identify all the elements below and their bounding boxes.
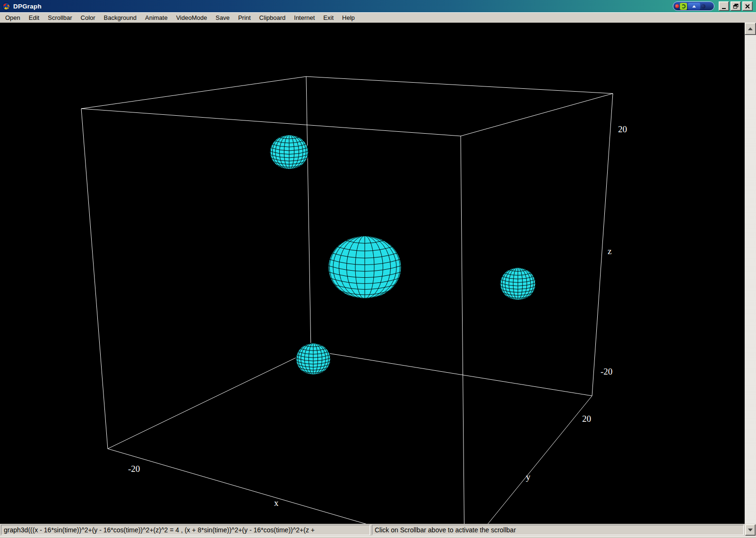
- cube-edge-AE: [81, 109, 108, 449]
- cube-edge-CG: [592, 94, 613, 396]
- axis-label-x: x: [274, 498, 279, 508]
- sphere-2: [328, 236, 401, 299]
- axis-label-y: y: [526, 472, 531, 482]
- cube-edge-EF: [108, 350, 311, 449]
- nvidia-eye-icon: [680, 3, 687, 10]
- minimize-button[interactable]: [719, 1, 729, 11]
- nvidia-dark-dot-icon: [701, 4, 705, 9]
- axis-label-20: 20: [582, 414, 591, 424]
- menu-edit[interactable]: Edit: [25, 13, 43, 22]
- cube-edge-GH: [464, 396, 592, 524]
- minimize-icon: [722, 8, 726, 9]
- cube-edge-CD: [461, 94, 613, 136]
- menu-videomode[interactable]: VideoMode: [172, 13, 212, 22]
- status-message-text: Click on Scrollbar above to activate the…: [375, 526, 516, 534]
- scroll-down-button[interactable]: [745, 524, 756, 536]
- window-bottom-border: [0, 536, 756, 538]
- menu-open[interactable]: Open: [1, 13, 25, 22]
- nvidia-red-dot-icon: [675, 4, 679, 8]
- restore-button[interactable]: [730, 1, 741, 11]
- axis-label--20: -20: [601, 367, 612, 376]
- sphere-1: [270, 135, 309, 170]
- vertical-scrollbar[interactable]: [745, 23, 756, 524]
- graph3d-scene: 20z-2020yx-20: [0, 23, 745, 524]
- menu-clipboard[interactable]: Clipboard: [255, 13, 290, 22]
- nvidia-arrow-icon: [688, 3, 700, 10]
- cube-edge-DH: [461, 136, 464, 524]
- nvidia-tray-widget[interactable]: [673, 1, 714, 11]
- restore-icon: [733, 4, 739, 9]
- axis-label--20: -20: [128, 464, 140, 474]
- statusbar: graph3d(((x - 16*sin(time))^2+(y - 16*co…: [0, 524, 756, 536]
- menu-animate[interactable]: Animate: [141, 13, 172, 22]
- scroll-up-icon: [748, 27, 753, 30]
- scroll-down-icon: [748, 529, 753, 531]
- menu-print[interactable]: Print: [234, 13, 255, 22]
- dpgraph-logo-icon[interactable]: [2, 2, 10, 10]
- menu-save[interactable]: Save: [211, 13, 234, 22]
- axis-label-20: 20: [618, 124, 627, 134]
- cube-edge-DA: [81, 109, 461, 136]
- menu-internet[interactable]: Internet: [290, 13, 319, 22]
- dpgraph-window: DPGraph: [0, 0, 756, 538]
- sphere-4: [296, 343, 331, 375]
- menubar: OpenEditScrollbarColorBackgroundAnimateV…: [0, 12, 756, 23]
- cube-edge-HE: [108, 449, 464, 524]
- axis-label-z: z: [608, 246, 611, 256]
- titlebar[interactable]: DPGraph: [0, 0, 756, 12]
- formula-text: graph3d(((x - 16*sin(time))^2+(y - 16*co…: [4, 526, 315, 534]
- titlebar-controls: [673, 1, 756, 11]
- cube-edge-FG: [311, 350, 592, 396]
- menu-scrollbar[interactable]: Scrollbar: [43, 13, 76, 22]
- sphere-3: [500, 267, 536, 300]
- menu-exit[interactable]: Exit: [319, 13, 338, 22]
- formula-panel: graph3d(((x - 16*sin(time))^2+(y - 16*co…: [1, 525, 370, 535]
- menu-color[interactable]: Color: [77, 13, 100, 22]
- status-message-panel: Click on Scrollbar above to activate the…: [372, 525, 744, 535]
- close-icon: [745, 4, 750, 9]
- graph-viewport: 20z-2020yx-20: [0, 23, 745, 524]
- scrollbar-track[interactable]: [745, 35, 756, 524]
- menu-help[interactable]: Help: [338, 13, 359, 22]
- cube-edge-BC: [306, 77, 613, 94]
- cube-edge-AB: [81, 77, 306, 109]
- scroll-up-button[interactable]: [745, 23, 756, 35]
- close-button[interactable]: [742, 1, 753, 11]
- window-title: DPGraph: [13, 3, 42, 10]
- menu-background[interactable]: Background: [100, 13, 141, 22]
- cube-edge-BF: [306, 77, 311, 350]
